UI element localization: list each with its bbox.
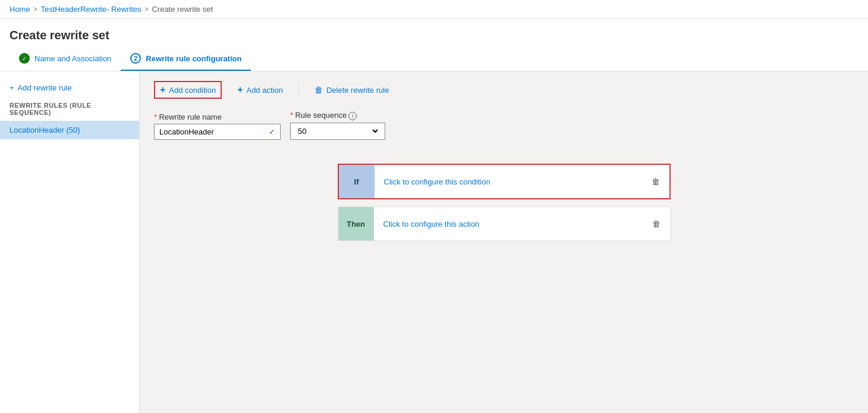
num-icon: 2 [130, 53, 141, 64]
delete-rule-label: Delete rewrite rule [326, 86, 389, 95]
main-layout: + Add rewrite rule REWRITE RULES (RULE S… [0, 71, 868, 413]
toolbar: + Add condition + Add action 🗑 Delete re… [154, 81, 854, 99]
tab-name-association-label: Name and Association [34, 54, 111, 63]
if-condition-body[interactable]: Click to configure this condition [375, 165, 642, 198]
tab-name-association[interactable]: ✓ Name and Association [10, 47, 121, 71]
tab-rule-config-label: Rewrite rule configuration [146, 54, 241, 63]
form-row: * Rewrite rule name ✓ * Rule sequence i … [154, 111, 854, 140]
add-condition-label: Add condition [169, 86, 216, 95]
trash-icon-then: 🗑 [652, 219, 661, 229]
condition-area: If Click to configure this condition 🗑 T… [154, 164, 854, 241]
breadcrumb-home[interactable]: Home [10, 5, 30, 14]
content-area: + Add condition + Add action 🗑 Delete re… [140, 71, 868, 413]
then-action-text: Click to configure this action [383, 220, 480, 229]
rule-sequence-select[interactable]: 50 [295, 126, 380, 136]
if-condition-card: If Click to configure this condition 🗑 [338, 164, 671, 199]
rule-sequence-select-wrapper: 50 [290, 123, 385, 140]
sidebar: + Add rewrite rule REWRITE RULES (RULE S… [0, 71, 140, 413]
add-action-label: Add action [246, 86, 282, 95]
breadcrumb-sep2: > [145, 6, 149, 12]
if-condition-text: Click to configure this condition [384, 177, 490, 186]
breadcrumb-sep1: > [34, 6, 37, 12]
add-condition-button[interactable]: + Add condition [154, 81, 222, 99]
info-icon[interactable]: i [348, 112, 357, 120]
sidebar-rule-item[interactable]: LocationHeader (50) [0, 121, 139, 139]
rule-name-label: * Rewrite rule name [154, 112, 281, 121]
trash-icon: 🗑 [652, 177, 660, 186]
tab-rule-config[interactable]: 2 Rewrite rule configuration [121, 47, 251, 71]
delete-rule-button[interactable]: 🗑 Delete rewrite rule [309, 82, 395, 98]
then-delete-button[interactable]: 🗑 [643, 219, 670, 229]
rule-name-input[interactable] [155, 124, 264, 139]
rule-sequence-field: * Rule sequence i 50 [290, 111, 385, 140]
then-action-body[interactable]: Click to configure this action [374, 207, 643, 240]
tabs-container: ✓ Name and Association 2 Rewrite rule co… [0, 47, 868, 71]
add-action-plus-icon: + [237, 85, 243, 95]
plus-icon: + [10, 83, 14, 92]
sidebar-rule-name: LocationHeader (50) [10, 126, 80, 134]
if-label: If [339, 165, 375, 198]
add-condition-plus-icon: + [160, 85, 165, 95]
rule-name-field: * Rewrite rule name ✓ [154, 112, 281, 140]
rule-sequence-label: * Rule sequence i [290, 111, 385, 120]
if-delete-button[interactable]: 🗑 [642, 177, 669, 186]
rule-name-input-wrapper: ✓ [154, 124, 281, 140]
delete-icon: 🗑 [315, 85, 323, 95]
breadcrumb: Home > TestHeaderRewrite- Rewrites > Cre… [10, 0, 858, 18]
then-label: Then [338, 207, 374, 240]
breadcrumb-parent[interactable]: TestHeaderRewrite- Rewrites [41, 5, 141, 14]
toolbar-separator [298, 83, 299, 97]
then-action-card: Then Click to configure this action 🗑 [338, 206, 671, 241]
add-rewrite-rule-button[interactable]: + Add rewrite rule [0, 79, 139, 97]
add-rewrite-rule-label: Add rewrite rule [18, 83, 72, 92]
sidebar-section-label: REWRITE RULES (RULE SEQUENCE) [0, 97, 139, 121]
breadcrumb-current: Create rewrite set [152, 5, 213, 14]
page-title: Create rewrite set [0, 19, 868, 47]
check-icon: ✓ [19, 53, 30, 64]
input-check-icon: ✓ [264, 124, 280, 139]
add-action-button[interactable]: + Add action [231, 81, 289, 99]
